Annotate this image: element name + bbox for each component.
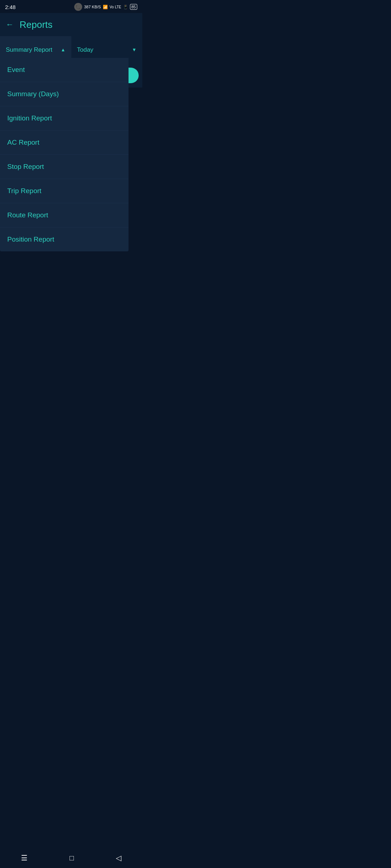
status-bar: 2:48 📞 387 KB/S 📶 Vo LTE 📱 85 bbox=[0, 0, 142, 13]
report-dropdown-label: Summary Report bbox=[6, 46, 52, 54]
menu-item-ignition-report[interactable]: Ignition Report bbox=[0, 106, 129, 131]
menu-item-ac-report[interactable]: AC Report bbox=[0, 131, 129, 155]
date-dropdown-label: Today bbox=[77, 46, 93, 54]
lte-icon: Vo LTE bbox=[110, 5, 121, 9]
report-dropdown-menu: Event Summary (Days) Ignition Report AC … bbox=[0, 58, 129, 251]
battery-indicator: 85 bbox=[130, 4, 137, 10]
menu-item-route-report[interactable]: Route Report bbox=[0, 203, 129, 227]
network-speed: 387 KB/S bbox=[84, 5, 101, 9]
page-title: Reports bbox=[20, 19, 52, 30]
menu-item-position-report[interactable]: Position Report bbox=[0, 227, 129, 251]
status-icons: 📞 387 KB/S 📶 Vo LTE 📱 85 bbox=[74, 3, 137, 11]
wifi-icon: 📶 bbox=[103, 5, 108, 9]
app-header: ← Reports bbox=[0, 13, 142, 36]
back-button[interactable]: ← bbox=[6, 20, 14, 29]
signal-icon: 📱 bbox=[123, 5, 128, 9]
call-icon: 📞 bbox=[74, 3, 82, 11]
menu-item-event[interactable]: Event bbox=[0, 58, 129, 82]
menu-item-summary-days[interactable]: Summary (Days) bbox=[0, 82, 129, 106]
menu-item-trip-report[interactable]: Trip Report bbox=[0, 179, 129, 203]
status-time: 2:48 bbox=[5, 4, 16, 10]
date-dropdown-arrow: ▼ bbox=[132, 47, 136, 52]
menu-item-stop-report[interactable]: Stop Report bbox=[0, 155, 129, 179]
report-dropdown-arrow: ▲ bbox=[61, 47, 66, 52]
